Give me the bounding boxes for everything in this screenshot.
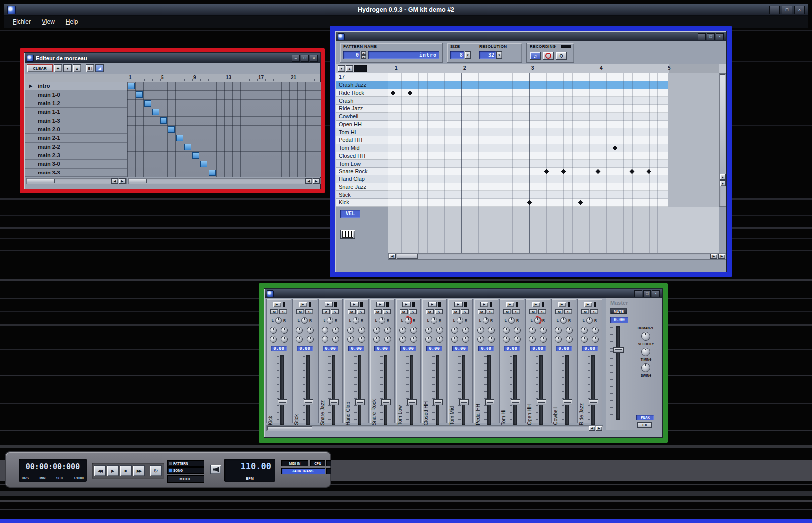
maximize-icon[interactable]: □ xyxy=(643,290,651,297)
pattern-hscrollbar[interactable]: ◀ ▶ ▶ xyxy=(388,253,726,260)
pattern-grid-row[interactable] xyxy=(388,105,668,113)
fx-send-knob[interactable] xyxy=(307,336,314,343)
strip-mute-button[interactable]: M xyxy=(478,309,486,314)
song-mode-button[interactable]: SONG xyxy=(167,467,204,474)
scroll-right-icon[interactable]: ▶ xyxy=(596,426,602,431)
instrument-row[interactable]: 17 xyxy=(336,73,388,81)
pan-knob[interactable] xyxy=(327,317,333,324)
strip-play-icon[interactable]: ▶ xyxy=(273,302,281,307)
fx-send-knob[interactable] xyxy=(384,327,391,334)
song-cell[interactable] xyxy=(176,135,183,141)
song-cell[interactable] xyxy=(144,100,151,107)
strip-solo-button[interactable]: S xyxy=(512,309,520,314)
strip-play-icon[interactable]: ▶ xyxy=(506,302,514,307)
strip-mute-button[interactable]: M xyxy=(426,309,434,314)
forward-icon[interactable]: ▶▶ xyxy=(133,465,145,476)
fx-send-knob[interactable] xyxy=(425,336,432,343)
strip-solo-button[interactable]: S xyxy=(487,309,494,314)
song-cell[interactable] xyxy=(168,126,175,133)
fader-handle[interactable] xyxy=(485,399,494,405)
fx-send-knob[interactable] xyxy=(514,336,521,343)
pattern-row[interactable]: main 1-1 xyxy=(25,108,127,116)
quantize-button[interactable]: Q xyxy=(556,52,567,60)
fx-send-knob[interactable] xyxy=(592,327,599,334)
strip-mute-button[interactable]: M xyxy=(374,309,382,314)
fader-handle[interactable] xyxy=(304,399,313,405)
fx-send-knob[interactable] xyxy=(281,336,288,343)
strip-play-icon[interactable]: ▶ xyxy=(325,302,333,307)
strip-play-icon[interactable]: ▶ xyxy=(558,302,566,307)
fx-send-knob[interactable] xyxy=(410,336,417,343)
strip-play-icon[interactable]: ▶ xyxy=(376,302,385,307)
loop-icon[interactable]: ↻ xyxy=(150,465,162,476)
strip-play-icon[interactable]: ▶ xyxy=(454,302,463,307)
song-ruler[interactable]: 159131721 xyxy=(25,74,320,82)
strip-solo-button[interactable]: S xyxy=(331,309,339,314)
scroll-left-icon[interactable]: ◀ xyxy=(389,254,396,259)
strip-mute-button[interactable]: M xyxy=(452,309,460,314)
strip-mute-button[interactable]: M xyxy=(555,309,563,314)
spin-down-icon[interactable]: ▼ xyxy=(361,55,366,59)
nav-up-icon[interactable]: ▲ xyxy=(346,65,353,72)
select-mode-icon[interactable]: ◧ xyxy=(86,64,94,72)
pattern-row[interactable]: main 1-3 xyxy=(25,116,127,125)
pan-knob[interactable] xyxy=(483,317,489,324)
fx-send-knob[interactable] xyxy=(270,327,277,334)
fx-send-knob[interactable] xyxy=(540,327,547,334)
fader-handle[interactable] xyxy=(355,399,365,405)
pattern-row[interactable]: main 1-2 xyxy=(25,99,127,108)
fx-send-knob[interactable] xyxy=(358,336,365,343)
fx-send-knob[interactable] xyxy=(555,327,562,334)
pattern-grid-row[interactable] xyxy=(388,175,668,183)
pan-knob[interactable] xyxy=(560,317,567,324)
fader-handle[interactable] xyxy=(407,399,417,405)
fx-send-knob[interactable] xyxy=(436,336,443,343)
record-icon[interactable] xyxy=(543,52,554,60)
fader-handle[interactable] xyxy=(433,399,443,405)
strip-solo-button[interactable]: S xyxy=(564,309,572,314)
fx-send-knob[interactable] xyxy=(347,336,354,343)
fx-send-knob[interactable] xyxy=(373,327,380,334)
pan-knob[interactable] xyxy=(379,317,385,324)
pattern-grid-row[interactable] xyxy=(388,97,668,105)
spin-up-icon[interactable]: ▲ xyxy=(361,51,366,55)
song-grid-scrollbar[interactable]: ◀ ▶ xyxy=(128,178,321,184)
scroll-up-icon[interactable]: ▲ xyxy=(720,174,726,180)
song-cell[interactable] xyxy=(200,161,207,167)
close-icon[interactable]: × xyxy=(310,55,318,62)
pattern-grid-row[interactable] xyxy=(388,144,668,152)
pattern-grid-row[interactable] xyxy=(388,89,668,97)
strip-play-icon[interactable]: ▶ xyxy=(584,302,592,307)
piano-roll-icon[interactable] xyxy=(340,230,355,239)
fader-handle[interactable] xyxy=(459,399,469,405)
song-cell[interactable] xyxy=(152,109,159,115)
mixer-scrollbar[interactable]: ◀ ▶ xyxy=(266,425,603,431)
instrument-row[interactable]: Snare Rock xyxy=(336,168,388,175)
fader-handle[interactable] xyxy=(329,399,339,405)
strip-play-icon[interactable]: ▶ xyxy=(299,302,307,307)
fx-send-knob[interactable] xyxy=(296,336,303,343)
instrument-row[interactable]: Closed HH xyxy=(336,152,388,160)
fx-send-knob[interactable] xyxy=(488,336,495,343)
fx-send-knob[interactable] xyxy=(566,336,573,343)
fx-send-knob[interactable] xyxy=(296,327,303,334)
fx-button[interactable]: FX xyxy=(637,422,652,428)
fx-send-knob[interactable] xyxy=(540,336,547,343)
pattern-grid-row[interactable] xyxy=(388,128,668,136)
pattern-row[interactable]: main 3-0 xyxy=(25,160,127,168)
fx-send-knob[interactable] xyxy=(462,327,469,334)
strip-solo-button[interactable]: S xyxy=(383,309,391,314)
strip-mute-button[interactable]: M xyxy=(503,309,511,314)
pattern-row[interactable]: ▶intro xyxy=(25,82,127,90)
rewind-icon[interactable]: ◀◀ xyxy=(94,465,106,476)
scroll-left-icon[interactable]: ◀ xyxy=(589,426,595,431)
strip-solo-button[interactable]: S xyxy=(435,309,443,314)
instrument-row[interactable]: Snare Jazz xyxy=(336,183,388,191)
pattern-list-scrollbar[interactable]: ◀ ▶ xyxy=(26,178,127,184)
pattern-grid-row[interactable] xyxy=(388,183,668,191)
draw-mode-icon[interactable]: ◢ xyxy=(95,64,104,72)
menu-help[interactable]: Help xyxy=(61,17,83,27)
song-cell[interactable] xyxy=(128,83,135,89)
size-dropdown-icon[interactable]: ▼ xyxy=(465,51,471,59)
pattern-row[interactable]: main 3-3 xyxy=(25,169,127,177)
